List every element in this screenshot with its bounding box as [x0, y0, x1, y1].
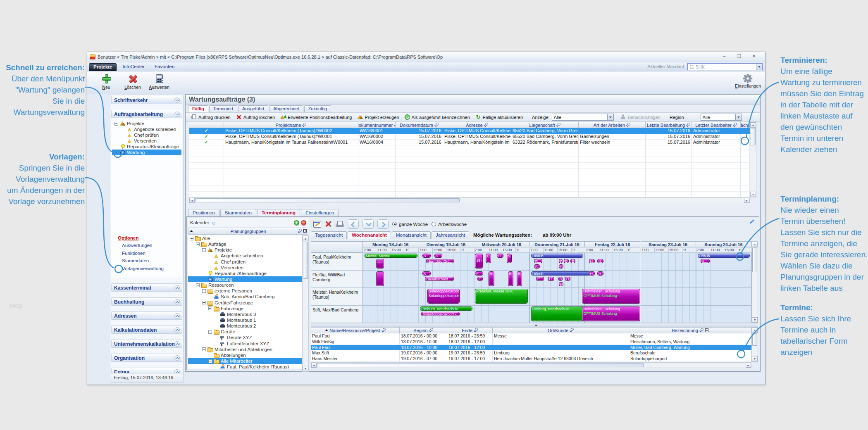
- table-row-empty[interactable]: [189, 151, 750, 157]
- day-column-6[interactable]: [641, 253, 696, 323]
- sidebar-tree-item-versenden[interactable]: Versenden: [112, 138, 181, 144]
- calendar-event-s[interactable]: S.: [507, 254, 512, 263]
- next-week-button[interactable]: [377, 219, 389, 229]
- calendar-vscrollbar[interactable]: ▲▼: [751, 241, 758, 323]
- events-hscrollbar[interactable]: ◄►: [311, 362, 751, 368]
- sidebar-section-organisation[interactable]: Organisation: [111, 354, 182, 362]
- evaluate-button[interactable]: Auswerten: [146, 74, 172, 90]
- event-table-row[interactable]: Willi Fleißig18.07.2016 - 10:0018.07.201…: [311, 339, 751, 345]
- events-vscrollbar[interactable]: ▲▼: [751, 327, 758, 362]
- chevron-up-icon[interactable]: [174, 341, 180, 347]
- new-button[interactable]: Neu: [93, 74, 119, 90]
- sidebar-tree-item-angebote-schreiben[interactable]: Angebote schreiben: [112, 126, 181, 132]
- expander-icon[interactable]: [196, 242, 200, 246]
- calendar-event-h[interactable]: H..: [589, 259, 595, 263]
- calendar-event-s[interactable]: S...: [434, 254, 442, 258]
- table-row-empty[interactable]: [189, 174, 750, 180]
- table-row-empty[interactable]: [189, 186, 750, 192]
- sidebar-section-adressen[interactable]: Adressen: [111, 311, 182, 320]
- events-column-header-beginn[interactable]: Beginn: [400, 327, 447, 333]
- chevron-down-icon[interactable]: [607, 114, 613, 120]
- collapse-icon[interactable]: [212, 221, 216, 225]
- calendar-event-frankfurt-messe-shk[interactable]: Frankfurt, Messe SHK: [475, 289, 528, 304]
- sidebar-tree-item-wartung[interactable]: Wartung: [112, 150, 181, 155]
- group-tree-item-abteilungen[interactable]: Abteilungen: [188, 352, 302, 358]
- calendar-event-h[interactable]: H.: [597, 271, 603, 276]
- search-icon[interactable]: [298, 229, 302, 233]
- scroll-right-icon[interactable]: ►: [746, 363, 751, 368]
- search-icon[interactable]: [699, 328, 703, 333]
- radio-ganze-woche[interactable]: [392, 222, 397, 226]
- view-tab-jahresansicht[interactable]: Jahresansicht: [432, 231, 469, 239]
- calendar-event-limburg-berufsschule[interactable]: Limburg, Berufsschule: [420, 306, 472, 311]
- search-icon[interactable]: [382, 328, 386, 333]
- action-fällige-aktualisieren[interactable]: ↻Fällige aktualisieren: [475, 114, 523, 120]
- day-column-1[interactable]: [363, 253, 418, 323]
- column-header-letzter-bearbeiter[interactable]: Letzter Bearbeiter: [692, 122, 741, 128]
- filter-tab-abgerechnet[interactable]: Abgerechnet: [269, 105, 303, 112]
- sidebar-tree-item-chef-prüfen[interactable]: Chef prüfen: [112, 132, 181, 138]
- group-tree-item-alle-mitarbeiter[interactable]: Alle Mitarbeiter: [188, 358, 302, 364]
- chevron-down-icon[interactable]: [735, 114, 742, 120]
- calendar-event-e[interactable]: E...: [475, 271, 483, 276]
- expander-icon[interactable]: [196, 283, 200, 287]
- group-tree-item-angebote-schreiben[interactable]: Angebote schreiben: [188, 253, 302, 259]
- group-tree-item-geräte-xyz[interactable]: Geräte XYZ: [188, 335, 302, 340]
- scroll-right-icon[interactable]: ►: [744, 198, 749, 203]
- view-tab-wochenansicht[interactable]: Wochenansicht: [348, 231, 391, 239]
- calendar-event-e[interactable]: E...: [536, 277, 544, 281]
- prev-week-button[interactable]: [348, 219, 359, 229]
- column-header-dokumentdatum[interactable]: Dokumentdatum: [396, 122, 443, 128]
- group-tree-item-wartung[interactable]: Wartung: [188, 276, 302, 282]
- sidebar-tree-item-reparatur-kleinaufträge[interactable]: Reparatur-/Kleinaufträge: [112, 144, 181, 150]
- expander-icon[interactable]: [202, 301, 206, 304]
- group-tree-item-chef-prüfen[interactable]: Chef prüfen: [188, 259, 302, 265]
- chevron-up-icon[interactable]: [174, 313, 180, 318]
- add-icon[interactable]: [294, 220, 299, 226]
- group-tree-item-faul-paul-kelkheim-taunus[interactable]: Faul, Paul/Kelkheim (Taunus): [188, 364, 302, 368]
- calendar-event-urlaub[interactable]: Urlaub: [531, 254, 583, 258]
- table-row[interactable]: ✓Hauptmann, Hans/Königstein im Taunus Fa…: [189, 140, 750, 145]
- main-table-hscrollbar[interactable]: ◄►: [189, 197, 750, 203]
- calendar-event-e[interactable]: E...15 Min: [475, 254, 483, 268]
- expander-icon[interactable]: [208, 359, 212, 363]
- table-row-empty[interactable]: [189, 163, 750, 169]
- chevron-up-icon[interactable]: [174, 285, 180, 290]
- group-tree-item-aufträge[interactable]: Aufträge: [188, 241, 302, 247]
- group-tree-item-projekte[interactable]: Projekte: [188, 247, 302, 253]
- sidebar-section-kassenterminal[interactable]: Kassenterminal: [111, 283, 182, 292]
- search-icon[interactable]: [626, 123, 630, 127]
- action-auftrag-löschen[interactable]: Auftrag löschen: [236, 114, 275, 120]
- calendar-event-h[interactable]: H...: [701, 259, 710, 263]
- menu-tab-favoriten[interactable]: Favoriten: [150, 63, 179, 71]
- chevron-up-icon[interactable]: [174, 97, 180, 103]
- splitter-handle[interactable]: [311, 323, 758, 327]
- calendar-event-solardoppelcarport[interactable]: Solardoppelcarport -...: [421, 312, 460, 316]
- anzeige-select[interactable]: Alle: [552, 114, 614, 121]
- events-column-header-bezeichnung[interactable]: Bezeichnung: [629, 327, 751, 333]
- edit-icon[interactable]: [750, 219, 755, 224]
- sidebar-section-schriftverkehr[interactable]: Schriftverkehr: [111, 96, 182, 104]
- option-link-auswertungen[interactable]: Auswertungen: [122, 243, 164, 248]
- table-row[interactable]: ✓Piske, OPTIMUS Consult/Kelkheim (Taunus…: [189, 128, 750, 134]
- column-header-art-der-arbeiten[interactable]: Art der Arbeiten: [579, 122, 646, 128]
- option-link-vorlagenverwaltung[interactable]: Vorlagenverwaltung: [122, 266, 164, 271]
- calendar-event-b[interactable]: B.: [508, 271, 513, 286]
- group-tree-item-ressourcen[interactable]: Ressourcen: [188, 282, 302, 288]
- delete-appointment-icon[interactable]: [325, 221, 332, 228]
- calendar-event-hühnfelden-schulung[interactable]: Hühnfelden, SchulungOPTIMUS Schulung: [582, 306, 640, 321]
- sidebar-section-kalkulationsdaten[interactable]: Kalkulationsdaten: [111, 325, 182, 334]
- action-projekt-erzeugen[interactable]: Projekt erzeugen: [357, 114, 399, 120]
- search-icon[interactable]: [474, 328, 478, 333]
- sidebar-section-unternehmenskalkulation[interactable]: Unternehmenskalkulation: [111, 340, 182, 348]
- new-appointment-icon[interactable]: [313, 221, 321, 228]
- group-tree-item-sub-armin-bad-camberg[interactable]: Sub, Armin/Bad Camberg: [188, 294, 302, 299]
- expander-icon[interactable]: [208, 306, 212, 310]
- calendar-event-[interactable]: ....: [376, 259, 384, 268]
- events-column-header-ende[interactable]: Ende: [447, 327, 493, 333]
- action-als-ausgeführt-kennzeichnen[interactable]: Als ausgeführt kennzeichnen: [405, 114, 470, 120]
- filter-grid-icon[interactable]: [705, 328, 708, 332]
- scroll-thumb[interactable]: [752, 333, 757, 346]
- calendar-event-urlaub[interactable]: Urlaub: [531, 271, 591, 276]
- option-link-funktionen[interactable]: Funktionen: [122, 251, 164, 256]
